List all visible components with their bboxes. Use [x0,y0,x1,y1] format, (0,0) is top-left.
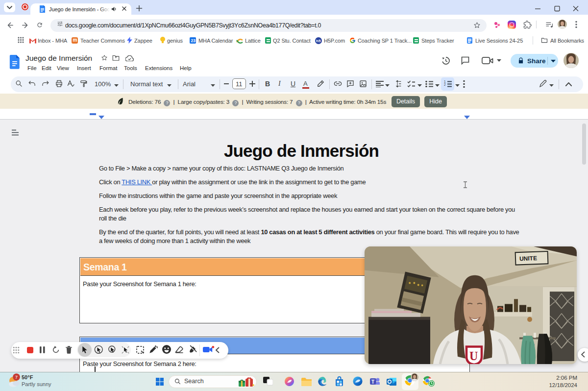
svg-text:T: T [371,379,374,385]
svg-text:h5: h5 [316,39,321,43]
svg-text:2: 2 [444,83,446,86]
svg-text:7: 7 [15,374,18,380]
svg-text:UNITE: UNITE [519,255,537,262]
svg-text:U: U [469,349,478,363]
